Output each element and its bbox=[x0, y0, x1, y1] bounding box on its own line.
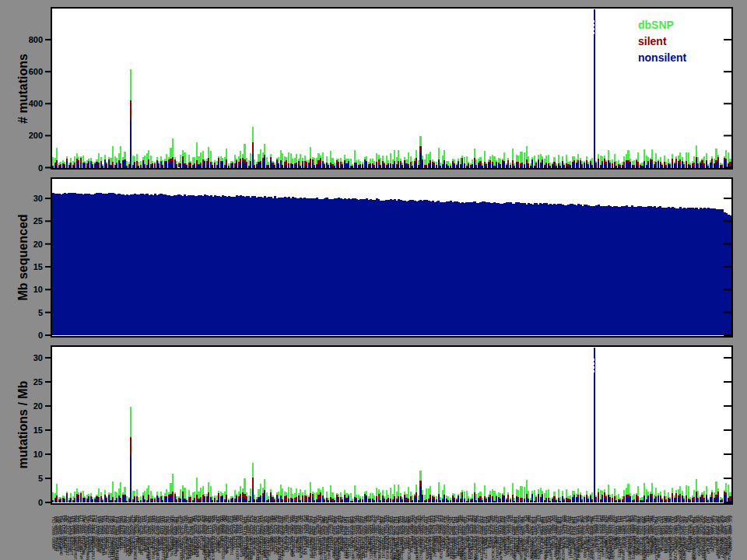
y-axis-label-num-mutations: # mutations bbox=[16, 54, 30, 124]
x-sample-label: T2C-4899-JCWHQQ bbox=[728, 516, 733, 551]
y-axis-label-mutations-per-mb: mutations / Mb bbox=[16, 381, 30, 469]
y-tick-label: 400 bbox=[29, 99, 43, 108]
panel-3-background bbox=[51, 346, 732, 504]
y-tick-label: 30 bbox=[33, 353, 43, 362]
y-tick-label: 5 bbox=[38, 308, 43, 317]
y-tick-label: 600 bbox=[29, 67, 43, 76]
panel-1-background bbox=[51, 8, 732, 169]
legend-item-dbsnp: dbSNP bbox=[638, 19, 686, 32]
y-tick-label: 25 bbox=[33, 377, 43, 387]
mb-sequenced-area bbox=[52, 193, 732, 335]
plots-canvas: 0200400600800051015202530051015202530TSJ… bbox=[0, 0, 747, 560]
legend: dbSNP silent nonsilent bbox=[638, 19, 686, 65]
y-tick-label: 10 bbox=[33, 285, 43, 294]
legend-item-silent: silent bbox=[638, 35, 686, 48]
y-tick-label: 20 bbox=[33, 401, 43, 411]
y-tick-label: 0 bbox=[38, 331, 43, 340]
y-tick-label: 20 bbox=[33, 240, 43, 249]
y-tick-label: 5 bbox=[38, 474, 43, 483]
y-tick-label: 30 bbox=[33, 194, 43, 203]
y-tick-label: 0 bbox=[38, 163, 43, 173]
y-tick-label: 15 bbox=[33, 262, 43, 271]
y-tick-label: 15 bbox=[33, 425, 43, 435]
y-tick-label: 0 bbox=[38, 498, 43, 507]
y-tick-label: 10 bbox=[33, 450, 43, 459]
y-axis-label-mb-sequenced: Mb sequenced bbox=[16, 214, 30, 300]
y-tick-label: 200 bbox=[29, 131, 43, 140]
legend-item-nonsilent: nonsilent bbox=[638, 51, 686, 65]
mutation-rate-figure: 0200400600800051015202530051015202530TSJ… bbox=[0, 0, 747, 560]
y-tick-label: 25 bbox=[33, 216, 43, 226]
y-tick-label: 800 bbox=[29, 35, 43, 44]
x-axis-sample-labels-band: TSJ-2660-G0UBKTO9-9025-J26S5QTAF-2675-W6… bbox=[51, 515, 733, 560]
